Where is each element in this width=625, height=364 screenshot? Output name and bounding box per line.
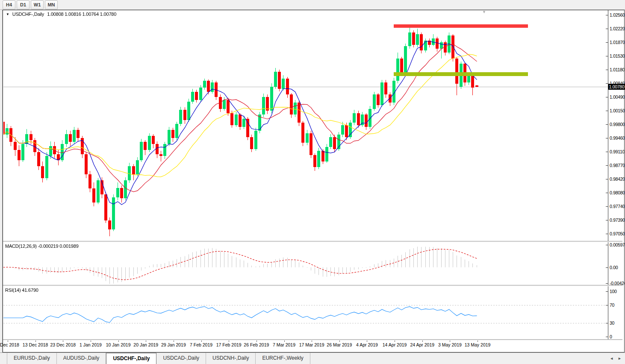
date-axis-label: 4 Dec 2018 — [0, 342, 19, 347]
date-axis-label: 23 Dec 2018 — [50, 342, 76, 347]
panel-separator-rsi[interactable] — [3, 285, 622, 286]
price-axis-label: 1.00150 — [610, 108, 625, 113]
price-axis-label: 0.97740 — [610, 204, 625, 209]
timeframe-button-w1[interactable]: W1 — [31, 0, 44, 9]
price-axis-label: 0.99800 — [610, 122, 625, 127]
timeframe-button-d1[interactable]: D1 — [17, 0, 29, 9]
panel-separator-macd[interactable] — [3, 241, 622, 242]
timeframe-button-h4[interactable]: H4 — [3, 0, 15, 9]
tab-usdcad-daily[interactable]: USDCAD-,Daily — [156, 353, 206, 364]
price-axis-label: 0.97390 — [610, 217, 625, 223]
macd-indicator-label: MACD(12,26,9) -0.000219 0.001989 — [5, 244, 79, 249]
rsi-indicator-label: RSI(14) 41.6790 — [5, 288, 38, 293]
tab-usdcnh-daily[interactable]: USDCNH-,Daily — [206, 353, 256, 364]
price-axis-label: 0.99110 — [610, 149, 625, 154]
main-chart-canvas[interactable] — [3, 10, 608, 241]
rsi-name: RSI(14) — [5, 288, 21, 293]
date-axis-label: 20 Jan 2019 — [133, 342, 158, 347]
price-axis-label: 1.01180 — [610, 67, 625, 72]
tab-bar-stub — [0, 353, 7, 364]
price-axis-label: 1.02220 — [610, 26, 625, 31]
rsi-axis-label: 30 — [610, 320, 614, 326]
chart-dropdown-icon[interactable]: ▼ — [6, 12, 9, 17]
macd-axis-label: 0.00 — [610, 265, 618, 270]
chart-shift-marker-icon[interactable]: ▼ — [482, 10, 486, 14]
rsi-axis-label: 70 — [610, 302, 614, 308]
tab-scroll-controls: ◄ ► — [606, 353, 625, 364]
date-axis-label: 17 Mar 2019 — [299, 342, 324, 347]
panel-separator-dates — [3, 339, 622, 341]
date-axis-label: 29 Jan 2019 — [161, 342, 186, 347]
price-axis-label: 1.01530 — [610, 53, 625, 59]
price-axis-label: 1.02560 — [610, 12, 625, 18]
date-axis-label: 13 Dec 2018 — [23, 342, 48, 347]
tab-audusd-daily[interactable]: AUDUSD-,Daily — [57, 353, 106, 364]
tab-scroll-left-icon[interactable]: ◄ — [610, 356, 613, 361]
date-axis-label: 17 Feb 2019 — [216, 342, 242, 347]
date-axis-label: 3 May 2019 — [438, 342, 462, 347]
price-axis-label: 0.98420 — [610, 176, 625, 182]
rsi-axis-label: 100 — [610, 289, 617, 294]
price-axis-label: 1.01870 — [610, 40, 625, 45]
macd-name: MACD(12,26,9) — [5, 244, 37, 249]
price-axis-line — [608, 10, 608, 339]
chart-tab-bar: EURUSD-,Daily AUDUSD-,Daily USDCHF-,Dail… — [0, 352, 625, 364]
tab-eurchf-weekly[interactable]: EURCHF-,Weekly — [256, 353, 310, 364]
macd-axis-label: 0.00597 — [610, 242, 625, 247]
price-axis-label: 0.97050 — [610, 231, 625, 236]
rsi-value: 41.6790 — [22, 288, 38, 293]
rsi-axis-label: 0 — [610, 334, 612, 339]
timeframe-toolbar: H4 D1 W1 MN — [0, 0, 625, 10]
chart-title: ▼ USDCHF-,Daily 1.00808 1.00816 1.00764 … — [6, 12, 116, 17]
macd-values: -0.000219 0.001989 — [38, 244, 79, 249]
date-axis-label: 13 May 2019 — [465, 342, 491, 347]
rsi-canvas[interactable] — [3, 286, 608, 339]
tab-scroll-right-icon[interactable]: ► — [618, 356, 622, 361]
price-axis-label: 1.00490 — [610, 94, 625, 100]
timeframe-button-mn[interactable]: MN — [45, 0, 58, 9]
date-axis-label: 4 Apr 2019 — [356, 342, 378, 347]
date-axis-label: 1 Jan 2019 — [80, 342, 102, 347]
date-axis-label: 7 Feb 2019 — [190, 342, 212, 347]
date-axis-label: 26 Mar 2019 — [327, 342, 352, 347]
current-price-tag: 1.00780 — [608, 84, 625, 90]
tab-usdchf-daily[interactable]: USDCHF-,Daily — [106, 353, 156, 364]
date-axis-label: 10 Jan 2019 — [106, 342, 131, 347]
chart-symbol-label: USDCHF-,Daily — [12, 12, 44, 17]
date-axis-label: 26 Feb 2019 — [244, 342, 269, 347]
date-axis-label: 24 Apr 2019 — [410, 342, 434, 347]
price-axis-label: 0.98770 — [610, 163, 625, 168]
price-axis-label: 0.98080 — [610, 190, 625, 195]
date-axis-label: 14 Apr 2019 — [383, 342, 407, 347]
chart-ohlc-values: 1.00808 1.00816 1.00764 1.00780 — [47, 12, 116, 17]
price-axis-label: 0.99460 — [610, 135, 625, 141]
date-axis-label: 7 Mar 2019 — [273, 342, 295, 347]
macd-canvas[interactable] — [3, 242, 608, 285]
tab-eurusd-daily[interactable]: EURUSD-,Daily — [7, 353, 57, 364]
